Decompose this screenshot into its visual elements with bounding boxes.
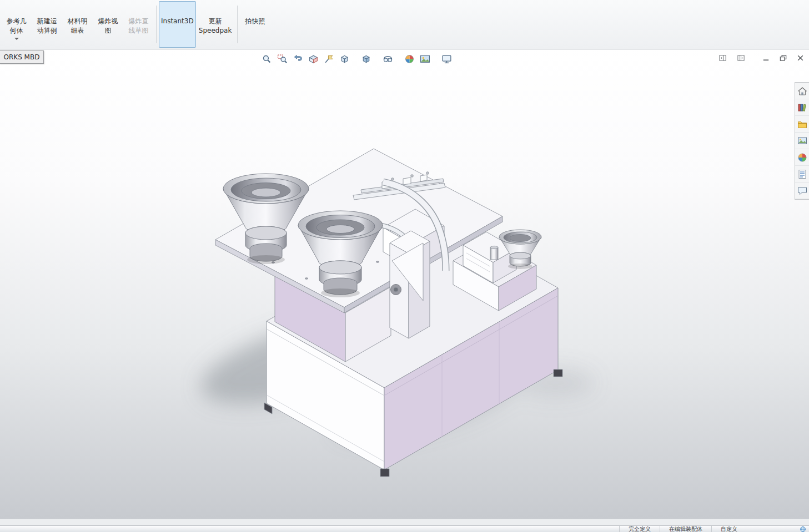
expand-pane-icon[interactable] — [737, 54, 745, 62]
chevron-down-icon[interactable] — [14, 38, 19, 40]
apply-scene-icon[interactable] — [418, 53, 432, 65]
ribbon-button-explode-line-sketch: 爆炸直 线草图 — [123, 1, 154, 48]
edit-appearance-icon[interactable] — [403, 53, 416, 65]
status-definition-state: 完全定义 — [619, 526, 660, 532]
status-custom-tab[interactable]: 自定义 — [711, 526, 746, 532]
annotation-views-icon[interactable] — [322, 53, 336, 65]
home-icon[interactable] — [795, 83, 809, 99]
zoom-to-fit-icon[interactable] — [260, 53, 274, 65]
ribbon-label: 线草图 — [129, 26, 149, 36]
appearances-icon[interactable] — [795, 149, 809, 166]
ribbon-separator — [156, 6, 157, 43]
view-orientation-icon[interactable] — [338, 53, 351, 65]
status-editing-mode: 在编辑装配体 — [660, 526, 711, 532]
display-style-icon[interactable] — [359, 53, 373, 65]
ribbon-button-update-speedpak[interactable]: 更新 Speedpak — [196, 1, 235, 48]
ribbon-button-bill-of-materials[interactable]: 材料明 细表 — [62, 1, 93, 48]
viewport-bottom-frame — [0, 519, 809, 525]
globe-icon[interactable] — [800, 526, 806, 532]
ribbon-label: 何体 — [10, 26, 23, 36]
zoom-to-area-icon[interactable] — [275, 53, 289, 65]
restore-button[interactable] — [779, 54, 787, 62]
ribbon-label: Instant3D — [161, 17, 194, 26]
model-3d-view[interactable] — [0, 50, 809, 519]
ribbon-label: 爆炸直 — [129, 17, 149, 26]
ribbon-toolbar: 参考几 何体 新建运 动算例 材料明 细表 爆炸视 图 — [0, 0, 809, 49]
ribbon-label: 爆炸视 — [98, 17, 118, 26]
design-library-icon[interactable] — [795, 99, 809, 116]
ribbon-label: 参考几 — [7, 17, 27, 26]
view-palette-icon[interactable] — [795, 133, 809, 149]
heads-up-view-toolbar — [260, 53, 460, 65]
ribbon-button-instant3d[interactable]: Instant3D — [159, 1, 196, 48]
ribbon-label: 细表 — [71, 26, 84, 36]
collapse-pane-icon[interactable] — [718, 54, 727, 62]
forum-icon[interactable] — [795, 183, 809, 199]
custom-properties-icon[interactable] — [795, 166, 809, 183]
solidworks-mbd-tab[interactable]: ORKS MBD — [0, 50, 44, 64]
status-bar: 完全定义 在编辑装配体 自定义 — [0, 525, 809, 532]
close-button[interactable] — [796, 54, 805, 62]
tab-label: ORKS MBD — [4, 53, 40, 61]
ribbon-button-new-motion-study[interactable]: 新建运 动算例 — [32, 1, 62, 48]
ribbon-label: 新建运 — [37, 17, 57, 26]
graphics-area[interactable]: ORKS MBD — [0, 50, 809, 519]
ribbon-button-exploded-view[interactable]: 爆炸视 图 — [93, 1, 123, 48]
ribbon-separator — [237, 6, 238, 43]
minimize-button[interactable] — [762, 54, 770, 62]
task-pane-tabs — [795, 82, 809, 200]
ribbon-button-take-snapshot[interactable]: 拍快照 — [240, 1, 270, 48]
file-explorer-icon[interactable] — [795, 116, 809, 133]
solidworks-window: 参考几 何体 新建运 动算例 材料明 细表 爆炸视 图 — [0, 0, 809, 532]
ribbon-button-reference-geometry[interactable]: 参考几 何体 — [1, 1, 32, 48]
section-view-icon[interactable] — [306, 53, 320, 65]
ribbon-label: 更新 — [209, 17, 222, 26]
previous-view-icon[interactable] — [291, 53, 305, 65]
ribbon-label: 图 — [105, 26, 112, 36]
ribbon-label: 材料明 — [68, 17, 88, 26]
hide-show-items-icon[interactable] — [381, 53, 395, 65]
window-controls — [718, 54, 805, 62]
ribbon-label: 动算例 — [37, 26, 57, 36]
ribbon-label: Speedpak — [199, 26, 232, 36]
view-settings-icon[interactable] — [440, 53, 454, 65]
ribbon-label: 拍快照 — [245, 17, 265, 26]
